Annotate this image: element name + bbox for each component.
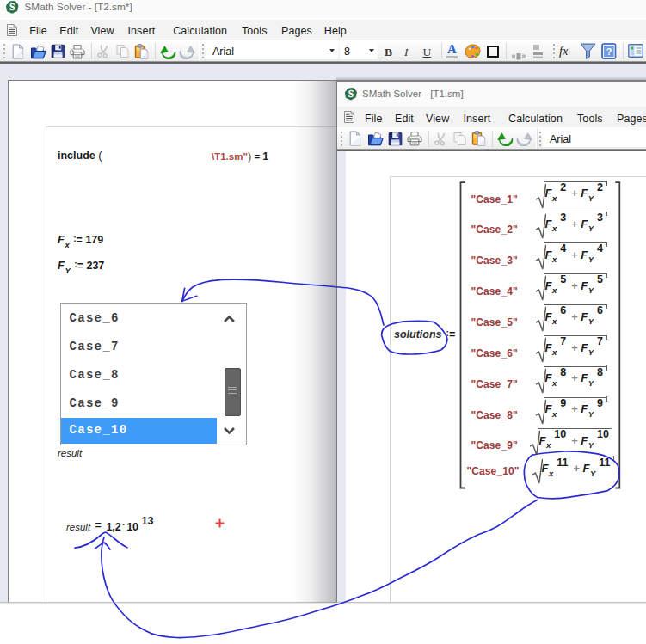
svg-text:?: ? bbox=[606, 46, 612, 57]
